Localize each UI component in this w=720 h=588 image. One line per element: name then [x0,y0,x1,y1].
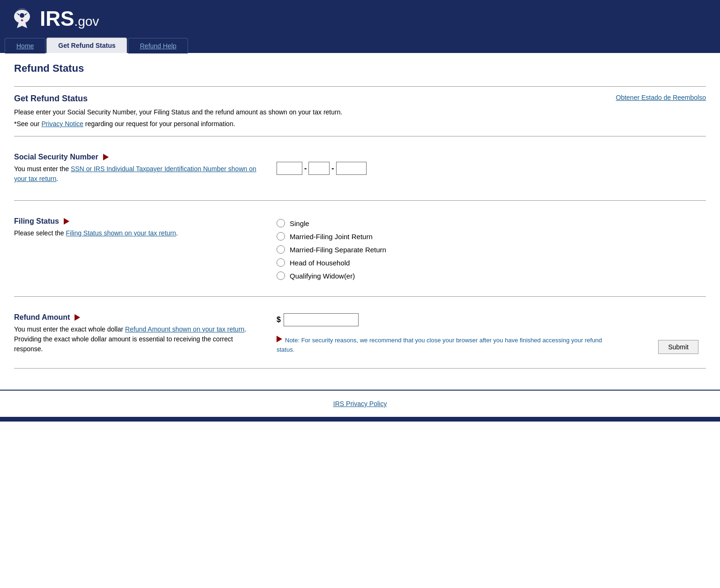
filing-status-description: Please select the Filing Status shown on… [14,228,258,238]
header-title: IRS.gov [40,8,99,29]
radio-married-joint-label: Married-Filing Joint Return [290,233,373,241]
privacy-notice-link[interactable]: Privacy Notice [41,120,83,128]
note-submit-row: Note: For security reasons, we recommend… [277,336,698,354]
filing-status-divider [14,296,706,297]
radio-married-joint-input[interactable] [277,232,285,241]
ssn-title: Social Security Number [14,153,258,161]
refund-amount-label-col: Refund Amount You must enter the exact w… [14,313,258,354]
dollar-sign: $ [277,316,281,324]
security-note: Note: For security reasons, we recommend… [277,336,605,354]
intro-text-1: Please enter your Social Security Number… [14,107,706,117]
radio-head-of-household-input[interactable] [277,258,285,267]
radio-married-joint[interactable]: Married-Filing Joint Return [277,232,706,241]
footer: IRS Privacy Policy [0,390,720,417]
bottom-divider [14,368,706,369]
ssn-section: Social Security Number You must enter th… [14,143,706,193]
ssn-required-icon [103,154,109,160]
ssn-field-col: - - [277,153,706,184]
ssn-label-col: Social Security Number You must enter th… [14,153,258,184]
radio-single-label: Single [290,219,309,227]
ssn-input-part1[interactable] [277,162,302,175]
tab-get-refund-status[interactable]: Get Refund Status [46,38,127,53]
note-triangle-icon [277,336,282,342]
radio-single[interactable]: Single [277,219,706,227]
ssn-input-row: - - [277,162,706,175]
filing-status-link[interactable]: Filing Status shown on your tax return [66,229,176,237]
spanish-link[interactable]: Obtener Estado de Reembolso [616,94,706,101]
tab-refund-help[interactable]: Refund Help [128,38,188,53]
refund-amount-field-col: $ Note: For security reasons, we recomme… [277,313,706,354]
tab-home[interactable]: Home [5,38,45,53]
intro-text-2: *See our Privacy Notice regarding our re… [14,119,706,129]
radio-married-separate[interactable]: Married-Filing Separate Return [277,245,706,254]
svg-point-2 [20,13,24,18]
radio-head-of-household[interactable]: Head of Household [277,258,706,267]
header: IRS.gov [0,0,720,38]
ssn-dash-2: - [331,164,334,173]
ssn-dash-1: - [304,164,307,173]
irs-eagle-icon [9,6,35,32]
refund-amount-description: You must enter the exact whole dollar Re… [14,324,258,354]
radio-qualifying-widow-label: Qualifying Widow(er) [290,272,355,280]
main-content: Refund Status Get Refund Status Obtener … [0,53,720,390]
refund-amount-title: Refund Amount [14,313,258,322]
intro-divider [14,136,706,136]
radio-married-separate-input[interactable] [277,245,285,254]
filing-status-label-col: Filing Status Please select the Filing S… [14,217,258,280]
radio-qualifying-widow-input[interactable] [277,271,285,280]
refund-amount-required-icon [75,314,80,321]
section-header: Get Refund Status Obtener Estado de Reem… [14,94,706,104]
ssn-description: You must enter the SSN or IRS Individual… [14,164,258,184]
page-title: Refund Status [14,62,706,79]
submit-button[interactable]: Submit [658,340,698,354]
filing-status-section: Filing Status Please select the Filing S… [14,208,706,289]
radio-qualifying-widow[interactable]: Qualifying Widow(er) [277,271,706,280]
refund-dollar-row: $ [277,313,706,326]
refund-amount-input[interactable] [284,313,359,326]
ssn-divider [14,200,706,201]
filing-status-title: Filing Status [14,217,258,226]
filing-status-field-col: Single Married-Filing Joint Return Marri… [277,217,706,280]
filing-status-radio-group: Single Married-Filing Joint Return Marri… [277,219,706,280]
refund-amount-link[interactable]: Refund Amount shown on your tax return [125,325,244,333]
ssn-input-part2[interactable] [308,162,330,175]
logo: IRS.gov [9,6,99,32]
nav-bar: Home Get Refund Status Refund Help [0,38,720,53]
title-divider [14,86,706,87]
bottom-bar [0,417,720,422]
filing-status-required-icon [64,218,69,225]
footer-privacy-link[interactable]: IRS Privacy Policy [333,400,387,407]
ssn-input-part3[interactable] [336,162,367,175]
radio-head-of-household-label: Head of Household [290,259,350,267]
radio-married-separate-label: Married-Filing Separate Return [290,246,386,254]
radio-single-input[interactable] [277,219,285,227]
refund-amount-section: Refund Amount You must enter the exact w… [14,304,706,363]
